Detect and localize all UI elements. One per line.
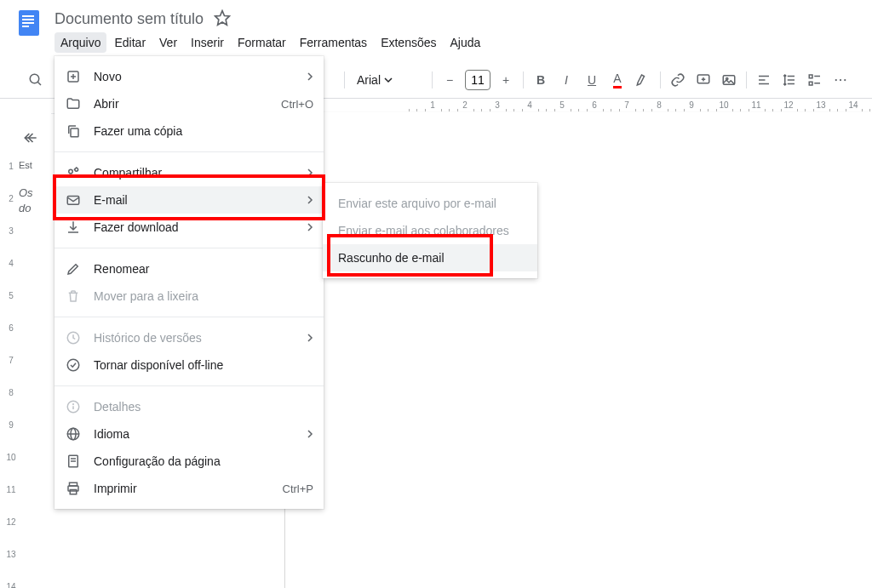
checklist-button[interactable] <box>803 68 827 92</box>
vertical-ruler[interactable]: 1234567891011121314 <box>3 112 19 588</box>
ruler-tick-label: 11 <box>751 100 760 110</box>
menubar-item-extensões[interactable]: Extensões <box>375 32 442 53</box>
svg-point-31 <box>69 169 73 174</box>
underline-button[interactable]: U <box>580 68 604 92</box>
menu-item-label: Histórico de versões <box>94 331 295 345</box>
folder-icon <box>65 95 82 112</box>
info-icon <box>65 398 82 415</box>
decrease-font-button[interactable]: − <box>438 68 462 92</box>
submenu-item-label: Rascunho de e-mail <box>338 251 522 265</box>
menubar-item-formatar[interactable]: Formatar <box>232 32 292 53</box>
menu-item-novo[interactable]: Novo <box>54 63 324 90</box>
align-button[interactable] <box>752 68 776 92</box>
ruler-v-tick-label: 8 <box>3 388 19 397</box>
menu-item-fazer-download[interactable]: Fazer download <box>54 214 324 241</box>
menu-separator <box>54 151 324 152</box>
back-button[interactable] <box>19 126 43 150</box>
menubar-item-inserir[interactable]: Inserir <box>185 32 230 53</box>
download-icon <box>65 219 82 236</box>
link-button[interactable] <box>666 68 690 92</box>
menu-item-label: E-mail <box>94 193 295 207</box>
menu-item-idioma[interactable]: Idioma <box>54 420 324 448</box>
svg-point-37 <box>67 359 79 371</box>
svg-marker-5 <box>215 10 230 25</box>
menu-item-tornar-disponível-off-line[interactable]: Tornar disponível off-line <box>54 351 324 379</box>
highlight-button[interactable] <box>631 68 655 92</box>
ruler-v-tick-label: 13 <box>3 550 19 559</box>
separator <box>344 71 345 88</box>
menu-item-configuração-da-página[interactable]: Configuração da página <box>54 448 324 475</box>
menu-item-label: Compartilhar <box>94 166 295 180</box>
menu-separator <box>54 385 324 386</box>
docs-logo[interactable] <box>14 7 44 37</box>
menu-separator <box>54 317 324 317</box>
ruler-v-tick-label: 7 <box>3 356 19 365</box>
menu-item-imprimir[interactable]: ImprimirCtrl+P <box>54 475 324 502</box>
comment-button[interactable] <box>691 68 715 92</box>
svg-rect-2 <box>22 19 34 20</box>
menu-item-abrir[interactable]: AbrirCtrl+O <box>54 90 324 117</box>
increase-font-button[interactable]: + <box>494 68 518 92</box>
menubar-item-ferramentas[interactable]: Ferramentas <box>294 32 373 53</box>
menu-item-label: Tornar disponível off-line <box>94 358 313 372</box>
menu-item-e-mail[interactable]: E-mail <box>54 186 324 214</box>
svg-point-24 <box>840 78 841 80</box>
star-icon[interactable] <box>214 9 231 29</box>
font-selector[interactable]: Arial <box>350 73 427 87</box>
more-button[interactable] <box>829 68 852 92</box>
menu-item-detalhes: Detalhes <box>54 393 324 420</box>
ruler-v-tick-label: 1 <box>3 162 19 171</box>
svg-point-6 <box>30 74 39 83</box>
menu-item-label: Abrir <box>94 97 269 111</box>
ruler-v-tick-label: 6 <box>3 323 19 333</box>
svg-rect-35 <box>67 197 79 205</box>
menu-item-renomear[interactable]: Renomear <box>54 255 324 283</box>
menu-item-histórico-de-versões: Histórico de versões <box>54 324 324 351</box>
rename-icon <box>65 260 82 277</box>
search-icon[interactable] <box>24 68 48 92</box>
chevron-down-icon <box>384 76 393 84</box>
menubar-item-editar[interactable]: Editar <box>108 32 152 53</box>
ruler-tick-label: 1 <box>430 100 435 110</box>
svg-point-25 <box>844 78 846 80</box>
ruler-tick-label: 10 <box>719 100 728 110</box>
plus-icon <box>65 68 82 85</box>
ruler-v-tick-label: 5 <box>3 291 19 300</box>
menu-item-label: Detalhes <box>94 400 313 414</box>
svg-point-23 <box>835 78 837 80</box>
font-name: Arial <box>357 73 381 87</box>
menu-item-compartilhar[interactable]: Compartilhar <box>54 159 324 186</box>
copy-icon <box>65 123 82 140</box>
svg-rect-19 <box>809 75 812 78</box>
submenu-item-label: Enviar este arquivo por e-mail <box>338 197 522 210</box>
share-icon <box>65 164 82 181</box>
font-size-controls: − + <box>438 68 518 92</box>
menubar-item-ajuda[interactable]: Ajuda <box>445 32 487 53</box>
ruler-tick-label: 4 <box>527 100 532 110</box>
text-color-button[interactable]: A <box>605 68 629 92</box>
line-spacing-button[interactable] <box>777 68 801 92</box>
chevron-right-icon <box>307 193 313 207</box>
italic-button[interactable]: I <box>554 68 578 92</box>
separator <box>432 71 433 88</box>
mail-icon <box>65 191 82 208</box>
separator <box>523 71 524 88</box>
menubar-item-arquivo[interactable]: Arquivo <box>54 32 106 53</box>
svg-point-40 <box>73 404 74 405</box>
bold-button[interactable]: B <box>529 68 553 92</box>
svg-rect-1 <box>22 15 34 17</box>
menu-item-fazer-uma-cópia[interactable]: Fazer uma cópia <box>54 117 324 145</box>
offline-icon <box>65 357 82 374</box>
ruler-v-tick-label: 4 <box>3 259 19 268</box>
separator <box>660 71 661 88</box>
file-menu-dropdown: NovoAbrirCtrl+OFazer uma cópiaCompartilh… <box>54 56 324 509</box>
submenu-item-rascunho-de-e-mail[interactable]: Rascunho de e-mail <box>323 244 537 271</box>
ruler-v-tick-label: 3 <box>3 226 19 236</box>
document-title[interactable]: Documento sem título <box>54 10 204 28</box>
menu-item-label: Renomear <box>94 262 313 276</box>
ruler-tick-label: 5 <box>559 100 565 110</box>
svg-line-7 <box>37 82 41 85</box>
menubar-item-ver[interactable]: Ver <box>153 32 183 53</box>
font-size-input[interactable] <box>465 70 490 90</box>
image-button[interactable] <box>717 68 741 92</box>
